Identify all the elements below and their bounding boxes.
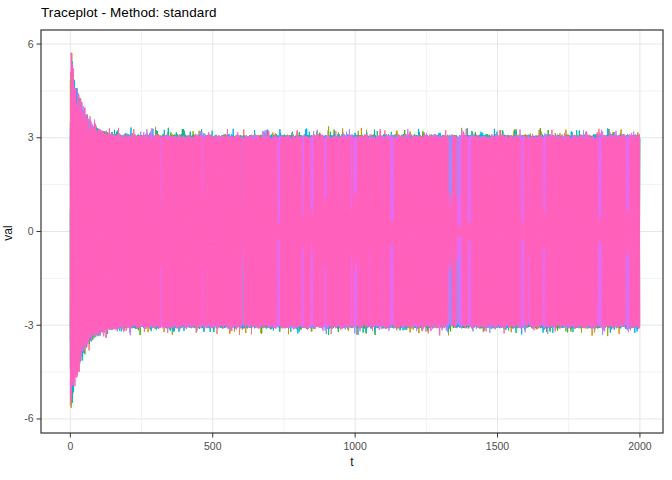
x-axis-title: t: [41, 455, 663, 469]
svg-text:0: 0: [67, 440, 73, 452]
traceplot-figure: Traceplot - Method: standard 05001000150…: [0, 0, 672, 480]
svg-text:2000: 2000: [628, 440, 652, 452]
svg-text:1500: 1500: [486, 440, 510, 452]
svg-text:3: 3: [28, 131, 34, 143]
svg-text:0: 0: [28, 225, 34, 237]
plot-canvas: 0500100015002000630-3-6: [0, 0, 672, 480]
svg-text:-3: -3: [24, 319, 33, 331]
svg-text:6: 6: [28, 38, 34, 50]
svg-text:-6: -6: [24, 412, 33, 424]
y-axis-title: val: [1, 188, 15, 278]
svg-text:500: 500: [204, 440, 222, 452]
svg-text:1000: 1000: [343, 440, 367, 452]
